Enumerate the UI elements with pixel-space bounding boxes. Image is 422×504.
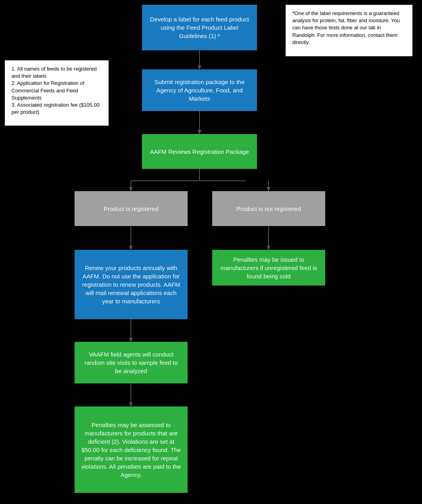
develop-label-text: Develop a label for each feed product us… bbox=[148, 15, 251, 40]
svg-marker-17 bbox=[129, 402, 133, 406]
note-box: *One of the label requirements is a guar… bbox=[286, 5, 412, 56]
svg-marker-9 bbox=[267, 187, 270, 191]
note-text: *One of the label requirements is a guar… bbox=[292, 10, 406, 46]
vaafm-field-box: VAAFM field agents will conduct random s… bbox=[75, 342, 188, 383]
renew-annually-text: Renew your products annually with AAFM. … bbox=[81, 264, 181, 305]
svg-marker-15 bbox=[129, 338, 133, 342]
product-not-registered-text: Product is not registered bbox=[236, 205, 301, 213]
aafm-reviews-box: AAFM Reviews Registration Package bbox=[142, 134, 257, 169]
product-not-registered-box: Product is not registered bbox=[212, 191, 325, 226]
submit-package-text: Submit registration package to the Agenc… bbox=[148, 78, 251, 103]
product-registered-text: Product is registered bbox=[104, 205, 159, 213]
submit-package-box: Submit registration package to the Agenc… bbox=[142, 69, 257, 111]
vaafm-field-text: VAAFM field agents will conduct random s… bbox=[81, 350, 181, 375]
develop-label-box: Develop a label for each feed product us… bbox=[142, 5, 257, 50]
svg-marker-3 bbox=[198, 130, 201, 134]
svg-marker-7 bbox=[129, 187, 133, 191]
penalties-unregistered-box: Penalties may be issued to manufacturers… bbox=[212, 250, 325, 286]
penalties-unregistered-text: Penalties may be issued to manufacturers… bbox=[219, 255, 319, 280]
renew-annually-box: Renew your products annually with AAFM. … bbox=[75, 250, 188, 319]
product-registered-box: Product is registered bbox=[75, 191, 188, 226]
penalties-deficient-box: Penalties may be assessed to manufacture… bbox=[75, 406, 188, 493]
penalties-deficient-text: Penalties may be assessed to manufacture… bbox=[81, 421, 181, 479]
svg-marker-11 bbox=[129, 246, 133, 250]
svg-marker-1 bbox=[198, 65, 201, 69]
flowchart: Develop a label for each feed product us… bbox=[0, 0, 422, 504]
aafm-reviews-text: AAFM Reviews Registration Package bbox=[150, 148, 249, 156]
svg-marker-13 bbox=[267, 246, 270, 250]
requirements-list-box: 1. All names of feeds to be registered a… bbox=[5, 60, 109, 126]
requirements-list-text: 1. All names of feeds to be registered a… bbox=[12, 65, 102, 116]
